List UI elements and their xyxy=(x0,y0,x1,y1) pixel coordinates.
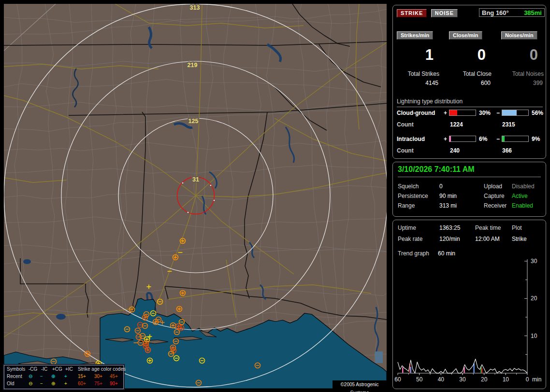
plot-mode-value: Strike xyxy=(512,234,527,244)
legend-strike-symbol: ⊖ xyxy=(29,373,32,380)
status-row: Squelch 0 Upload Disabled xyxy=(393,182,546,191)
noises-per-min-column: Noises/min 0 Total Noises 399 xyxy=(499,30,544,86)
receiver-label: Receiver xyxy=(484,201,507,210)
legend-age-label: Recent xyxy=(7,373,22,380)
peak-time-value: 12:00 AM xyxy=(475,234,500,244)
trend-y-tick-label: 10 xyxy=(531,333,537,339)
datetime-display: 3/10/2026 7:40:11 AM xyxy=(398,165,541,177)
total-noises-label: Total Noises xyxy=(499,70,544,77)
uptime-label: Uptime xyxy=(398,223,416,233)
trend-x-tick-label: 0 xyxy=(526,376,529,383)
trend-x-tick-label: 10 xyxy=(503,376,509,383)
ic-positive-pct: 6% xyxy=(479,136,487,142)
peak-rate-value: 120/min xyxy=(439,234,460,244)
cloud-ground-count-row: Count 1224 2315 xyxy=(397,121,543,128)
peak-rate-label: Peak rate xyxy=(398,234,422,244)
summary-row: Peak rate 120/min 12:00 AM Strike xyxy=(393,234,546,244)
ring-label: 125 xyxy=(188,118,199,125)
legend-symbols-title: Symbols xyxy=(7,365,25,373)
ic-positive-bar xyxy=(449,136,476,142)
map-legend: Symbols -CG -IC +CG +IC Strike age color… xyxy=(4,365,124,389)
strikes-per-min-button[interactable]: Strikes/min xyxy=(397,31,433,40)
bearing-display: Bng 160° 385mi xyxy=(479,8,545,17)
trend-panel: Uptime 1363:25 Peak time Plot Peak rate … xyxy=(392,220,546,389)
total-strikes-value: 4145 xyxy=(395,80,439,86)
cg-negative-bar xyxy=(502,110,529,116)
ic-positive-count: 240 xyxy=(450,147,460,154)
legend-age-threshold: 45+ xyxy=(110,373,118,380)
close-per-min-column: Close/min 0 Total Close 600 xyxy=(447,30,492,86)
legend-age-threshold: 15+ xyxy=(78,373,86,380)
status-row: Range 313 mi Receiver Enabled xyxy=(393,201,546,210)
legend-row-recent: Recent⊖−⊕+15+30+45+ xyxy=(4,373,123,380)
ic-negative-count: 366 xyxy=(502,147,512,154)
legend-strike-symbol: − xyxy=(40,373,43,380)
legend-age-threshold: 75+ xyxy=(94,380,102,387)
trend-x-tick-label: 40 xyxy=(438,376,445,383)
squelch-value: 0 xyxy=(439,182,443,191)
trend-y-tick-label: 20 xyxy=(531,295,537,302)
persistence-value: 90 min xyxy=(439,191,457,201)
trend-graph: 1020306050403020100min xyxy=(393,255,546,388)
ring-label: 313 xyxy=(190,4,200,11)
intracloud-count-row: Count 240 366 xyxy=(397,147,543,154)
trend-line xyxy=(398,359,527,373)
bearing-distance: 385mi xyxy=(524,9,542,17)
noises-per-min-button[interactable]: Noises/min xyxy=(501,31,537,40)
uptime-value: 1363:25 xyxy=(439,223,460,233)
total-strikes-label: Total Strikes xyxy=(395,70,439,77)
cloud-ground-label: Cloud-ground xyxy=(397,110,435,116)
cloud-ground-row: Cloud-ground + 30% − 56% xyxy=(397,110,543,116)
intracloud-label: Intracloud xyxy=(397,136,425,142)
trend-y-tick-label: 30 xyxy=(531,258,537,265)
intracloud-row: Intracloud + 6% − 9% xyxy=(397,136,543,142)
peak-time-label: Peak time xyxy=(475,223,501,233)
range-label: Range xyxy=(398,201,415,210)
capture-label: Capture xyxy=(484,191,505,201)
copyright-label: ©2005 Astrogenic Systems xyxy=(333,380,387,389)
ic-negative-bar xyxy=(502,136,529,142)
ring-label: 31 xyxy=(192,176,199,183)
status-row: Persistence 90 min Capture Active xyxy=(393,191,546,201)
legend-strike-symbol: ⊕ xyxy=(51,380,55,387)
legend-header: Symbols -CG -IC +CG +IC Strike age color… xyxy=(4,365,123,373)
persistence-label: Persistence xyxy=(398,191,428,201)
trend-x-tick-label: 20 xyxy=(481,376,488,383)
cg-positive-bar xyxy=(449,110,476,116)
receiver-status: Enabled xyxy=(512,201,533,210)
legend-strike-symbol: ⊖ xyxy=(29,380,32,387)
legend-strike-symbol: + xyxy=(64,373,67,380)
close-per-min-value: 0 xyxy=(447,46,492,65)
total-close-value: 600 xyxy=(447,80,492,86)
total-noises-value: 399 xyxy=(499,80,544,86)
ring-label: 219 xyxy=(188,62,198,69)
cg-negative-count: 2315 xyxy=(502,121,515,128)
strike-button[interactable]: STRIKE xyxy=(397,9,427,17)
status-panel: 3/10/2026 7:40:11 AM Squelch 0 Upload Di… xyxy=(392,162,546,217)
legend-strike-symbol: + xyxy=(64,380,67,387)
legend-age-threshold: 60+ xyxy=(78,380,86,387)
cg-positive-count: 1224 xyxy=(450,121,463,128)
plot-label: Plot xyxy=(512,223,522,233)
trend-x-tick-label: 50 xyxy=(416,376,423,383)
legend-strike-symbol: − xyxy=(40,380,43,387)
total-close-label: Total Close xyxy=(447,70,492,77)
close-per-min-button[interactable]: Close/min xyxy=(449,31,482,40)
distribution-title: Lightning type distribution xyxy=(397,98,543,107)
legend-age-title: Strike age color codes xyxy=(78,365,126,373)
noises-per-min-value: 0 xyxy=(499,46,544,65)
map-canvas: 31321912531 xyxy=(4,4,387,389)
strikes-per-min-value: 1 xyxy=(395,46,439,65)
trend-x-tick-label: 30 xyxy=(459,376,466,383)
app-window: { "app": {"copyright": "©2005 Astrogenic… xyxy=(0,0,550,392)
legend-strike-symbol: ⊕ xyxy=(51,373,55,380)
cg-positive-pct: 30% xyxy=(479,110,491,116)
bearing-label: Bng 160° xyxy=(482,9,509,16)
range-value: 313 mi xyxy=(439,201,457,210)
legend-age-threshold: 90+ xyxy=(110,380,118,387)
legend-row-old: Old⊖−⊕+60+75+90+ xyxy=(4,380,123,387)
strike-counters-panel: STRIKE NOISE Bng 160° 385mi Strikes/min … xyxy=(392,5,546,159)
noise-button[interactable]: NOISE xyxy=(431,9,458,17)
lightning-map[interactable]: 31321912531 Symbols -CG -IC +CG +IC Stri… xyxy=(4,4,387,389)
squelch-label: Squelch xyxy=(398,182,419,191)
